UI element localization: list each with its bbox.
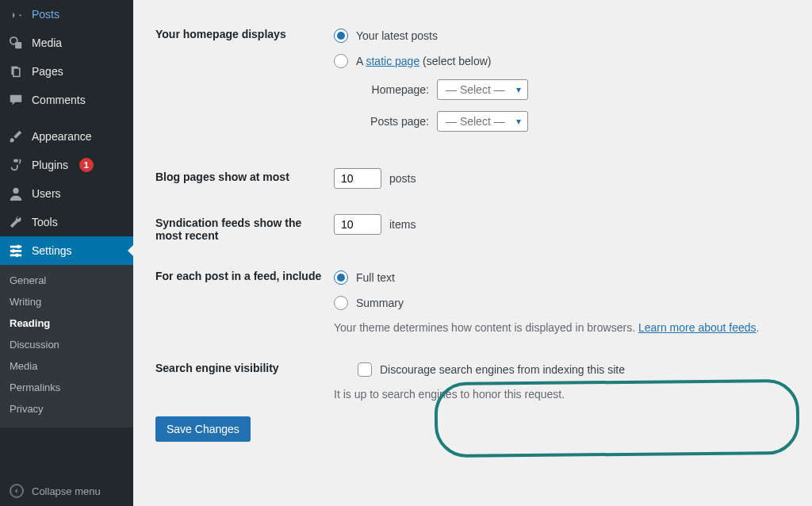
- sidebar-item-appearance[interactable]: Appearance: [0, 122, 133, 151]
- checkbox-icon: [358, 362, 372, 377]
- radio-label: A static page (select below): [356, 55, 491, 67]
- learn-more-feeds-link[interactable]: Learn more about feeds: [638, 321, 756, 334]
- setting-label-search-visibility: Search engine visibility: [155, 350, 334, 416]
- sliders-icon: [8, 243, 24, 259]
- sidebar-item-settings[interactable]: Settings: [0, 236, 133, 265]
- radio-full-text[interactable]: Full text: [334, 270, 788, 285]
- svg-rect-7: [10, 250, 21, 252]
- chevron-down-icon: ▾: [516, 116, 521, 127]
- radio-label: Your latest posts: [356, 29, 438, 42]
- radio-label: Full text: [356, 271, 395, 284]
- radio-icon: [334, 270, 348, 285]
- sidebar-item-label: Comments: [32, 94, 86, 106]
- svg-rect-10: [13, 249, 15, 253]
- settings-reading-page: Your homepage displays Your latest posts…: [133, 0, 812, 506]
- collapse-icon: [10, 484, 24, 498]
- wrench-icon: [8, 214, 24, 230]
- setting-label-syndication: Syndication feeds show the most recent: [155, 205, 334, 258]
- page-icon: [8, 63, 24, 79]
- setting-label-blog-pages: Blog pages show at most: [155, 159, 334, 205]
- user-icon: [8, 186, 24, 201]
- feed-description: Your theme determines how content is dis…: [334, 321, 788, 334]
- radio-icon: [334, 54, 348, 68]
- submenu-item-general[interactable]: General: [0, 270, 133, 291]
- svg-rect-9: [17, 245, 20, 249]
- sidebar-item-posts[interactable]: Posts: [0, 0, 133, 29]
- homepage-select[interactable]: — Select — ▾: [437, 79, 528, 100]
- discourage-search-engines-checkbox[interactable]: Discourage search engines from indexing …: [358, 362, 788, 377]
- collapse-menu-button[interactable]: Collapse menu: [0, 476, 133, 506]
- submenu-item-privacy[interactable]: Privacy: [0, 398, 133, 420]
- svg-rect-1: [15, 42, 21, 48]
- select-value: — Select —: [446, 83, 505, 96]
- unit-label: items: [389, 218, 416, 231]
- sidebar-item-label: Settings: [32, 244, 72, 257]
- brush-icon: [8, 128, 24, 144]
- radio-label: Summary: [356, 297, 404, 309]
- sidebar-item-media[interactable]: Media: [0, 29, 133, 57]
- sidebar-item-label: Appearance: [32, 130, 92, 143]
- sidebar-item-users[interactable]: Users: [0, 179, 133, 208]
- sidebar-item-label: Pages: [32, 65, 63, 78]
- settings-form-table: Your homepage displays Your latest posts…: [155, 16, 796, 416]
- submenu-item-permalinks[interactable]: Permalinks: [0, 377, 133, 398]
- comment-icon: [8, 92, 24, 108]
- svg-rect-11: [16, 254, 18, 258]
- static-page-link[interactable]: static page: [366, 55, 419, 67]
- plug-icon: [8, 157, 24, 173]
- collapse-label: Collapse menu: [32, 485, 101, 497]
- chevron-down-icon: ▾: [516, 84, 521, 95]
- search-visibility-description: It is up to search engines to honor this…: [334, 388, 788, 401]
- homepage-select-label: Homepage:: [358, 83, 429, 96]
- sidebar-item-label: Tools: [32, 216, 58, 228]
- settings-submenu: General Writing Reading Discussion Media…: [0, 265, 133, 427]
- posts-page-select-label: Posts page:: [358, 115, 429, 128]
- submenu-item-media[interactable]: Media: [0, 355, 133, 377]
- media-icon: [8, 35, 24, 51]
- menu-separator: [0, 114, 133, 122]
- blog-pages-count-input[interactable]: [334, 168, 381, 189]
- syndication-count-input[interactable]: [334, 214, 381, 235]
- sidebar-item-pages[interactable]: Pages: [0, 57, 133, 86]
- unit-label: posts: [389, 172, 416, 185]
- svg-rect-3: [13, 68, 20, 76]
- save-changes-button[interactable]: Save Changes: [155, 416, 251, 442]
- submenu-item-reading[interactable]: Reading: [0, 312, 133, 334]
- submenu-item-discussion[interactable]: Discussion: [0, 334, 133, 355]
- sidebar-item-comments[interactable]: Comments: [0, 86, 133, 114]
- posts-page-select[interactable]: — Select — ▾: [437, 111, 528, 132]
- sidebar-item-tools[interactable]: Tools: [0, 208, 133, 236]
- radio-static-page[interactable]: A static page (select below): [334, 54, 788, 68]
- radio-icon: [334, 29, 348, 43]
- radio-icon: [334, 296, 348, 310]
- sidebar-item-plugins[interactable]: Plugins 1: [0, 151, 133, 179]
- plugins-update-badge: 1: [79, 158, 94, 172]
- sidebar-item-label: Users: [32, 187, 61, 200]
- checkbox-label: Discourage search engines from indexing …: [380, 363, 625, 376]
- setting-label-feed-include: For each post in a feed, include: [155, 258, 334, 350]
- submenu-item-writing[interactable]: Writing: [0, 291, 133, 312]
- select-value: — Select —: [446, 115, 505, 128]
- admin-sidebar: Posts Media Pages Comments Appearance Pl…: [0, 0, 133, 506]
- sidebar-item-label: Posts: [32, 8, 59, 21]
- svg-rect-6: [10, 246, 21, 248]
- radio-summary[interactable]: Summary: [334, 296, 788, 310]
- radio-latest-posts[interactable]: Your latest posts: [334, 29, 788, 43]
- pin-icon: [8, 6, 24, 22]
- sidebar-item-label: Plugins: [32, 159, 68, 171]
- sidebar-item-label: Media: [32, 36, 62, 49]
- svg-point-5: [13, 188, 18, 194]
- setting-label-homepage-displays: Your homepage displays: [155, 16, 334, 159]
